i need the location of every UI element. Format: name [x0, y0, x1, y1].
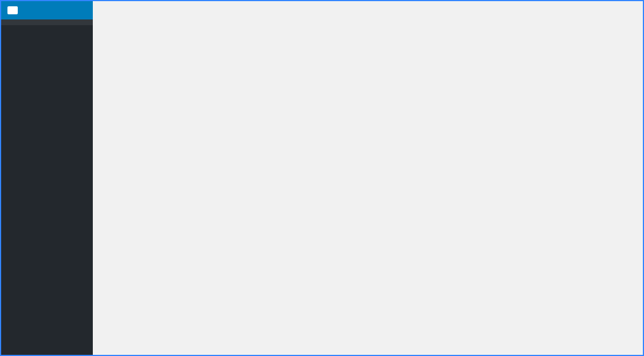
woocommerce-submenu	[1, 19, 93, 25]
sidebar-item-woocommerce[interactable]	[1, 1, 93, 19]
app-frame	[0, 0, 644, 356]
admin-sidebar	[1, 1, 93, 355]
woocommerce-icon	[7, 5, 18, 15]
main-content	[93, 1, 643, 355]
